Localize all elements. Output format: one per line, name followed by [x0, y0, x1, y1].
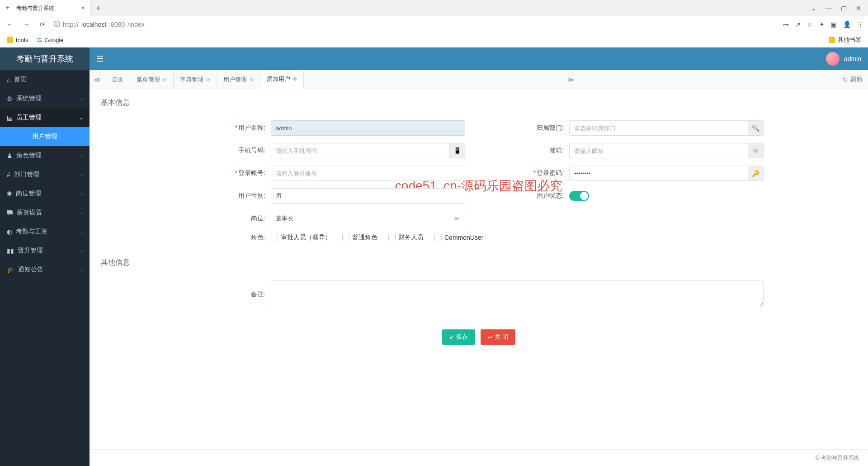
forward-button[interactable]: →	[21, 21, 31, 28]
chevron-down-icon: ⌄	[79, 115, 83, 120]
role-option-common[interactable]: CommonUser	[434, 234, 483, 241]
sidebar-item-dept-mgmt[interactable]: # 部门管理 ‹	[0, 165, 90, 184]
label-position: 岗位:	[194, 214, 271, 223]
label-password: *登录密码:	[492, 169, 569, 177]
tab-home[interactable]: 首页	[105, 71, 130, 88]
main-area: ☰ admin ≪ 首页 菜单管理⊗ 字典管理⊗ 用户管理⊗ 添加用户⊗ ≫ ↻…	[90, 48, 868, 466]
chevron-left-icon: ‹	[81, 172, 83, 177]
bookmark-google[interactable]: G Google	[37, 37, 63, 43]
tabs-scroll-right[interactable]: ≫	[562, 76, 580, 83]
reload-button[interactable]: ⟳	[38, 21, 47, 28]
refresh-button[interactable]: ↻ 刷新	[837, 76, 868, 84]
share-icon[interactable]: ↗	[795, 21, 801, 28]
chevron-left-icon: ‹	[81, 96, 83, 101]
address-bar: ← → ⟳ ⓘ http://localhost:8080/index ⊶ ↗ …	[0, 16, 868, 33]
menu-icon[interactable]: ⋮	[857, 21, 863, 28]
phone-input[interactable]	[271, 143, 465, 158]
user-icon: ♟	[7, 152, 13, 159]
chevron-down-icon[interactable]: ⌄	[811, 5, 816, 12]
role-option-normal[interactable]: 普通角色	[342, 233, 377, 242]
status-toggle[interactable]	[569, 191, 589, 201]
role-option-finance[interactable]: 财务人员	[388, 233, 424, 242]
minimize-icon[interactable]: —	[826, 5, 832, 12]
sidebar-item-attendance[interactable]: ◐ 考勤与工资 ‹	[0, 222, 90, 241]
key-icon[interactable]: ⊶	[783, 21, 789, 28]
home-icon: ⌂	[7, 76, 10, 83]
sidebar-subitem-user-mgmt[interactable]: 用户管理	[0, 127, 90, 146]
tag-icon: ✂	[449, 211, 465, 226]
sidebar-item-promotion[interactable]: ▮▮ 晋升管理 ‹	[0, 241, 90, 260]
label-role: 角色:	[194, 233, 271, 242]
sidebar-item-system-mgmt[interactable]: ⚙ 系统管理 ‹	[0, 89, 90, 108]
tab-menu-mgmt[interactable]: 菜单管理⊗	[130, 71, 174, 88]
tabs-scroll-left[interactable]: ≪	[90, 76, 105, 83]
close-icon[interactable]: ⊗	[250, 76, 254, 82]
label-account: *登录账号:	[194, 169, 271, 177]
button-row: ✔保存 ↩关 闭	[101, 329, 857, 345]
label-remark: 备注:	[194, 290, 271, 299]
tab-dict-mgmt[interactable]: 字典管理⊗	[174, 71, 217, 88]
sidebar-item-position-mgmt[interactable]: ✱ 岗位管理 ‹	[0, 184, 90, 203]
dept-input[interactable]	[569, 120, 764, 136]
close-icon[interactable]: ⊗	[163, 76, 167, 82]
star-icon[interactable]: ☆	[807, 21, 813, 28]
sidebar-item-employee-mgmt[interactable]: ▤ 员工管理 ⌄	[0, 108, 90, 127]
close-icon[interactable]: ⊗	[206, 76, 210, 82]
window-controls: ⌄ — ▢ ✕	[804, 5, 868, 12]
tab-add-user[interactable]: 添加用户⊗	[260, 71, 304, 89]
phone-icon: 📱	[449, 143, 465, 158]
close-icon[interactable]: ×	[81, 5, 85, 11]
url-input[interactable]: ⓘ http://localhost:8080/index	[54, 20, 776, 29]
cart-icon: ⛟	[7, 209, 13, 216]
gender-select[interactable]	[271, 188, 465, 204]
reply-icon: ↩	[488, 334, 493, 341]
hamburger-icon[interactable]: ☰	[96, 54, 104, 64]
sidebar-item-salary[interactable]: ⛟ 薪资设置 ‹	[0, 203, 90, 222]
email-input[interactable]	[569, 143, 764, 158]
folder-icon	[7, 37, 13, 43]
account-input[interactable]	[271, 166, 465, 181]
position-select[interactable]	[271, 211, 465, 226]
close-button[interactable]: ↩关 闭	[481, 329, 515, 345]
browser-tab[interactable]: ✦ 考勤与晋升系统 ×	[0, 0, 90, 16]
other-bookmarks[interactable]: 其他书签	[829, 36, 861, 44]
sidebar-item-home[interactable]: ⌂ 首页	[0, 70, 90, 89]
gear-icon: ⚙	[7, 95, 13, 102]
back-button[interactable]: ←	[5, 21, 14, 28]
chevron-left-icon: ‹	[81, 229, 83, 234]
new-tab-button[interactable]: +	[90, 4, 106, 13]
sidebar-menu: ⌂ 首页 ⚙ 系统管理 ‹ ▤ 员工管理 ⌄ 用户管理 ♟ 角色管理 ‹ # 部…	[0, 70, 90, 279]
close-window-icon[interactable]: ✕	[856, 5, 861, 12]
tab-title: 考勤与晋升系统	[16, 5, 54, 12]
search-icon[interactable]: 🔍	[748, 121, 763, 135]
user-info[interactable]: admin	[826, 52, 861, 66]
section-other-title: 其他信息	[101, 258, 857, 271]
username-input[interactable]	[271, 120, 465, 136]
password-input[interactable]	[569, 166, 764, 181]
profile-icon[interactable]: 👤	[843, 21, 851, 28]
hash-icon: #	[7, 171, 10, 178]
username-label: admin	[844, 55, 861, 62]
extension-icon[interactable]: ✦	[819, 21, 825, 28]
close-icon[interactable]: ⊗	[293, 76, 297, 82]
sidebar-item-role-mgmt[interactable]: ♟ 角色管理 ‹	[0, 146, 90, 165]
label-phone: 手机号码:	[194, 147, 271, 155]
save-button[interactable]: ✔保存	[442, 329, 475, 345]
role-option-approver[interactable]: 审批人员（领导）	[271, 233, 331, 242]
chevron-left-icon: ‹	[81, 191, 83, 196]
file-icon: ▤	[7, 114, 13, 121]
browser-tab-bar: ✦ 考勤与晋升系统 × + ⌄ — ▢ ✕	[0, 0, 868, 16]
remark-textarea[interactable]	[271, 280, 764, 307]
sidebar-item-announcement[interactable]: 🎓 通知公告 ‹	[0, 260, 90, 279]
sidebar: 考勤与晋升系统 ⌂ 首页 ⚙ 系统管理 ‹ ▤ 员工管理 ⌄ 用户管理 ♟ 角色…	[0, 48, 90, 466]
avatar	[826, 52, 840, 66]
content: code51. cn-源码乐园盗图必究 基本信息 *用户名称: 归属部门: 🔍 …	[90, 89, 868, 449]
bookmark-tools[interactable]: tools	[7, 37, 28, 43]
info-icon: ⓘ	[54, 20, 60, 29]
maximize-icon[interactable]: ▢	[841, 5, 847, 12]
check-icon: ✔	[449, 334, 454, 341]
leaf-icon: ✦	[5, 5, 13, 12]
form-other: 备注:	[194, 280, 764, 316]
tab-user-mgmt[interactable]: 用户管理⊗	[217, 71, 260, 88]
panel-icon[interactable]: ▣	[831, 21, 837, 28]
